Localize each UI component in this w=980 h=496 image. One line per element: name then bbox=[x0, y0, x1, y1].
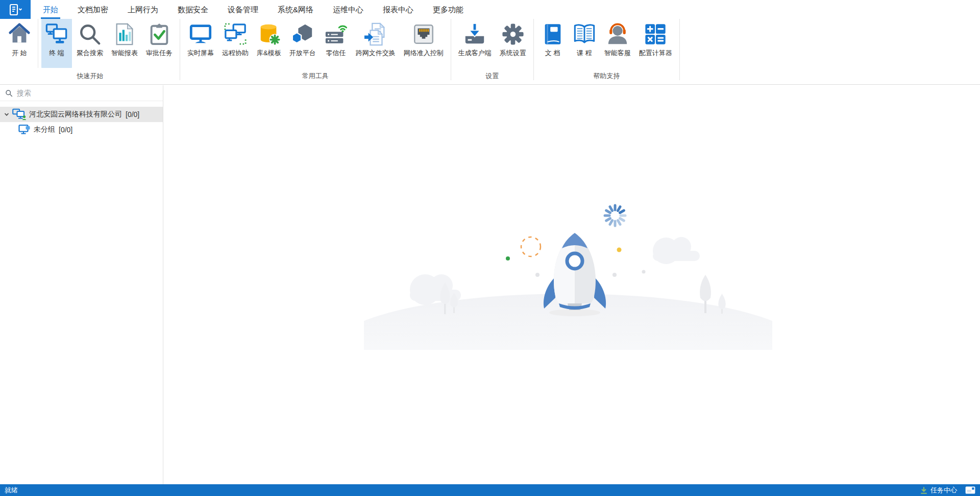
ribbon-button-label: 智能报表 bbox=[111, 49, 138, 58]
ribbon-button-label: 远程协助 bbox=[222, 49, 249, 58]
main-content bbox=[164, 85, 980, 484]
ribbon-button-label: 开放平台 bbox=[289, 49, 316, 58]
ribbon-group: 生成客户端系统设置设置 bbox=[452, 19, 532, 84]
approval-icon bbox=[148, 22, 171, 46]
home-button[interactable]: 开 始 bbox=[4, 19, 35, 68]
terminal-icon bbox=[45, 22, 68, 46]
menu-bar: 开始文档加密上网行为数据安全设备管理系统&网络运维中心报表中心更多功能 bbox=[0, 0, 980, 19]
database-button[interactable]: 库&模板 bbox=[253, 19, 285, 68]
menu-tab[interactable]: 上网行为 bbox=[128, 0, 158, 19]
ribbon-group-separator bbox=[180, 19, 180, 80]
document-book-icon bbox=[541, 22, 565, 46]
ribbon-button-label: 网络准入控制 bbox=[404, 49, 444, 58]
document-book-button[interactable]: 文 档 bbox=[537, 19, 568, 68]
search-input[interactable] bbox=[17, 89, 158, 97]
ribbon-button-label: 文 档 bbox=[545, 49, 560, 58]
tree-node-label: 未分组 bbox=[34, 125, 55, 134]
status-bar: 就绪 任务中心 bbox=[0, 484, 980, 496]
client-download-icon bbox=[463, 22, 486, 46]
menu-tab[interactable]: 报表中心 bbox=[383, 0, 413, 19]
chevron-down-icon bbox=[4, 111, 10, 117]
customer-service-button[interactable]: 智能客服 bbox=[601, 19, 634, 68]
computer-icon bbox=[18, 124, 31, 136]
device-tree: 河北安固云网络科技有限公司[0/0]未分组[0/0] bbox=[0, 107, 163, 137]
file-exchange-button[interactable]: 跨网文件交换 bbox=[352, 19, 399, 68]
app-menu-button[interactable] bbox=[0, 0, 31, 19]
course-book-button[interactable]: 课 程 bbox=[569, 19, 600, 68]
menu-tab[interactable]: 运维中心 bbox=[333, 0, 363, 19]
ribbon-group-label: 快速开始 bbox=[2, 70, 179, 84]
task-center-button[interactable]: 任务中心 bbox=[920, 486, 957, 495]
ribbon-group: 开 始终 端聚合搜索智能报表审批任务快速开始 bbox=[2, 19, 179, 84]
ethernet-button[interactable]: 网络准入控制 bbox=[400, 19, 447, 68]
ribbon-group-label: 常用工具 bbox=[181, 70, 450, 84]
ribbon-button-label: 智能客服 bbox=[604, 49, 631, 58]
search-button[interactable]: 聚合搜索 bbox=[73, 19, 107, 68]
message-window-icon[interactable] bbox=[965, 486, 975, 494]
menu-tab[interactable]: 文档加密 bbox=[78, 0, 108, 19]
approval-button[interactable]: 审批任务 bbox=[142, 19, 176, 68]
ribbon-button-label: 开 始 bbox=[12, 49, 27, 58]
ribbon-group-separator bbox=[451, 19, 451, 80]
search-icon bbox=[5, 89, 13, 97]
hexagon-icon bbox=[291, 22, 314, 46]
ribbon-button-label: 系统设置 bbox=[500, 49, 526, 58]
ribbon-button-label: 配置计算器 bbox=[639, 49, 672, 58]
calculator-button[interactable]: 配置计算器 bbox=[635, 19, 676, 68]
hexagon-button[interactable]: 开放平台 bbox=[286, 19, 320, 68]
ribbon-button-divider bbox=[38, 19, 38, 68]
menu-tab[interactable]: 数据安全 bbox=[178, 0, 208, 19]
ribbon-group-separator bbox=[679, 19, 680, 80]
menu-tab[interactable]: 开始 bbox=[43, 0, 58, 19]
customer-service-icon bbox=[606, 22, 629, 46]
ribbon-button-label: 课 程 bbox=[577, 49, 592, 58]
file-exchange-icon bbox=[364, 22, 387, 46]
menu-tab[interactable]: 系统&网络 bbox=[278, 0, 313, 19]
tree-node[interactable]: 河北安固云网络科技有限公司[0/0] bbox=[0, 107, 163, 122]
client-download-button[interactable]: 生成客户端 bbox=[455, 19, 495, 68]
ribbon-button-label: 生成客户端 bbox=[458, 49, 492, 58]
database-icon bbox=[257, 22, 281, 46]
terminal-button[interactable]: 终 端 bbox=[41, 19, 72, 68]
ribbon-group-label: 设置 bbox=[452, 70, 532, 84]
menu-tab[interactable]: 设备管理 bbox=[228, 0, 258, 19]
search-icon bbox=[78, 22, 102, 46]
ethernet-icon bbox=[412, 22, 435, 46]
ribbon-button-label: 零信任 bbox=[326, 49, 346, 58]
download-icon bbox=[920, 486, 928, 494]
ribbon-group-label: 帮助支持 bbox=[535, 70, 678, 84]
server-wifi-icon bbox=[324, 22, 348, 46]
ribbon-button-label: 跨网文件交换 bbox=[356, 49, 396, 58]
menu-tab[interactable]: 更多功能 bbox=[433, 0, 463, 19]
loading-spinner-icon bbox=[605, 205, 625, 226]
app-menu-icon bbox=[8, 4, 23, 16]
computer-group-icon bbox=[12, 108, 26, 121]
menu-bar-items: 开始文档加密上网行为数据安全设备管理系统&网络运维中心报表中心更多功能 bbox=[43, 0, 463, 19]
gear-icon bbox=[501, 22, 525, 46]
calculator-icon bbox=[644, 22, 667, 46]
gear-button[interactable]: 系统设置 bbox=[496, 19, 530, 68]
ribbon-button-label: 库&模板 bbox=[257, 49, 281, 58]
tree-node-count: [0/0] bbox=[126, 110, 139, 119]
rocket-illustration bbox=[364, 176, 772, 352]
ribbon-button-label: 终 端 bbox=[49, 49, 64, 58]
report-icon bbox=[113, 22, 136, 46]
ribbon-group: 实时屏幕远程协助库&模板开放平台零信任跨网文件交换网络准入控制常用工具 bbox=[181, 19, 450, 84]
screen-button[interactable]: 实时屏幕 bbox=[184, 19, 217, 68]
tree-node[interactable]: 未分组[0/0] bbox=[0, 122, 163, 137]
task-center-label: 任务中心 bbox=[930, 486, 957, 495]
remote-assist-icon bbox=[224, 22, 247, 46]
ribbon-group-separator bbox=[533, 19, 534, 80]
course-book-icon bbox=[573, 22, 596, 46]
search-box bbox=[0, 85, 163, 101]
report-button[interactable]: 智能报表 bbox=[108, 19, 141, 68]
server-wifi-button[interactable]: 零信任 bbox=[321, 19, 351, 68]
sidebar: 河北安固云网络科技有限公司[0/0]未分组[0/0] bbox=[0, 85, 163, 484]
ribbon-group: 文 档课 程智能客服配置计算器帮助支持 bbox=[535, 19, 678, 84]
ribbon-button-label: 实时屏幕 bbox=[187, 49, 214, 58]
ribbon-button-label: 聚合搜索 bbox=[77, 49, 103, 58]
ribbon: 开 始终 端聚合搜索智能报表审批任务快速开始实时屏幕远程协助库&模板开放平台零信… bbox=[0, 19, 980, 85]
screen-icon bbox=[189, 22, 212, 46]
remote-assist-button[interactable]: 远程协助 bbox=[218, 19, 252, 68]
home-icon bbox=[8, 22, 31, 46]
